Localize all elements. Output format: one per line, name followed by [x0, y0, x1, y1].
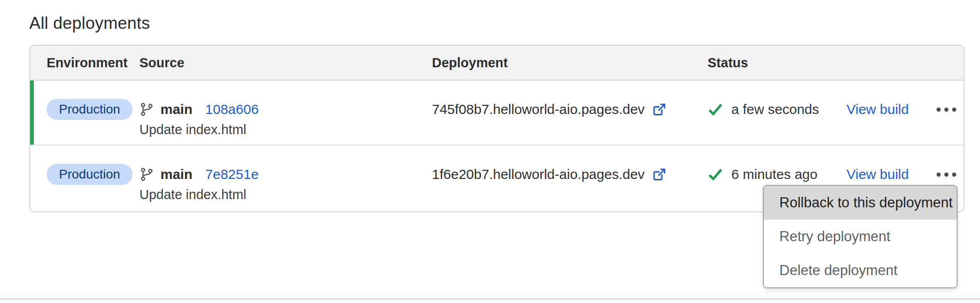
column-header-deployment: Deployment [432, 55, 708, 70]
column-header-source: Source [139, 55, 432, 70]
environment-badge: Production [47, 99, 133, 120]
table-header: Environment Source Deployment Status [30, 46, 964, 81]
commit-message: Update index.html [139, 122, 432, 137]
check-icon [708, 103, 723, 116]
menu-item-delete[interactable]: Delete deployment [764, 254, 957, 287]
external-link-icon[interactable] [652, 103, 666, 117]
ellipsis-menu-button[interactable] [936, 105, 957, 114]
commit-link[interactable]: 108a606 [205, 102, 259, 117]
bottom-band [0, 292, 980, 298]
page-title: All deployments [29, 14, 150, 33]
column-header-environment: Environment [30, 55, 139, 70]
status-time: a few seconds [731, 102, 819, 117]
commit-message: Update index.html [139, 187, 432, 202]
column-header-status: Status [708, 55, 847, 70]
git-branch-icon [139, 167, 154, 182]
deployment-url: 1f6e20b7.helloworld-aio.pages.dev [432, 167, 644, 182]
bottom-divider [0, 298, 980, 300]
view-build-link[interactable]: View build [847, 167, 909, 182]
deployment-context-menu: Rollback to this deployment Retry deploy… [763, 185, 958, 288]
menu-item-retry[interactable]: Retry deployment [764, 220, 957, 254]
branch-name: main [160, 102, 192, 117]
check-icon [708, 168, 723, 181]
ellipsis-menu-button[interactable] [936, 170, 957, 179]
menu-item-rollback[interactable]: Rollback to this deployment [764, 186, 957, 220]
table-row: Production main 108a606 Update index.htm… [30, 81, 964, 146]
commit-link[interactable]: 7e8251e [205, 167, 259, 182]
external-link-icon[interactable] [652, 168, 666, 182]
deployment-url: 745f08b7.helloworld-aio.pages.dev [432, 102, 644, 117]
git-branch-icon [139, 102, 154, 117]
branch-name: main [160, 167, 192, 182]
view-build-link[interactable]: View build [847, 102, 909, 117]
status-time: 6 minutes ago [731, 167, 817, 182]
environment-badge: Production [47, 164, 133, 185]
